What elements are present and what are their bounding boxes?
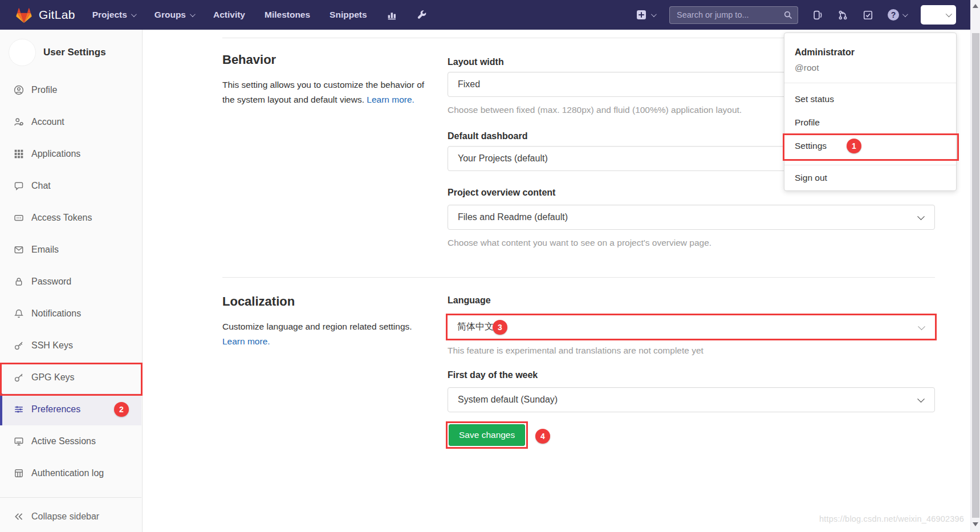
chevron-down-icon (946, 11, 952, 17)
sidebar-item-password[interactable]: Password (0, 266, 141, 298)
menu-item-set-status[interactable]: Set status (784, 87, 956, 111)
behavior-section-description: This setting allows you to customize the… (222, 78, 430, 107)
sidebar-item-active-sessions[interactable]: Active Sessions (0, 425, 141, 457)
collapse-sidebar-button[interactable]: Collapse sidebar (0, 504, 141, 529)
sidebar-item-access-tokens[interactable]: Access Tokens (0, 202, 141, 234)
key-icon (14, 340, 24, 351)
envelope-icon (14, 245, 24, 255)
sidebar-item-notifications[interactable]: Notifications (0, 298, 141, 330)
menu-item-sign-out[interactable]: Sign out (784, 166, 956, 189)
user-dropdown-menu: Administrator @root Set status Profile S… (784, 33, 957, 191)
sidebar-item-label: Access Tokens (31, 213, 92, 223)
key-icon (14, 372, 24, 383)
analytics-chart-icon[interactable] (387, 10, 397, 21)
gitlab-home-link[interactable]: GitLab (15, 6, 75, 24)
project-overview-help: Choose what content you want to see on a… (448, 238, 711, 248)
main-nav-links: Projects Groups Activity Milestones Snip… (92, 10, 367, 20)
help-icon: ? (888, 9, 899, 21)
sidebar-title: User Settings (43, 47, 106, 58)
project-overview-label: Project overview content (448, 188, 555, 198)
scrollbar-thumb[interactable] (972, 33, 979, 518)
sidebar-item-label: Chat (31, 181, 51, 191)
chevron-down-icon (190, 11, 196, 17)
scrollbar-down-arrow[interactable] (973, 522, 978, 526)
sidebar-item-chat[interactable]: Chat (0, 170, 141, 202)
lock-icon (14, 277, 24, 287)
admin-wrench-icon[interactable] (417, 10, 427, 20)
log-icon (14, 468, 24, 478)
behavior-learn-more-link[interactable]: Learn more. (367, 95, 414, 104)
user-gear-icon (14, 117, 24, 127)
bell-icon (14, 308, 24, 319)
first-day-select[interactable]: System default (Sunday) (448, 387, 935, 412)
localization-description-text: Customize language and region related se… (222, 322, 412, 331)
nav-link-snippets[interactable]: Snippets (330, 10, 367, 20)
layout-width-label: Layout width (448, 57, 504, 67)
annotation-box-step4: Save changes (446, 421, 528, 449)
sidebar-divider (0, 497, 141, 498)
nav-link-activity[interactable]: Activity (213, 10, 245, 20)
chevron-down-icon (651, 11, 657, 17)
nav-link-milestones[interactable]: Milestones (265, 10, 310, 20)
menu-divider (784, 165, 956, 165)
localization-section-title: Localization (222, 294, 295, 309)
search-icon (783, 10, 793, 20)
layout-width-value: Fixed (458, 79, 480, 90)
todos-icon[interactable] (863, 10, 873, 21)
plus-square-icon (636, 10, 646, 20)
project-overview-select[interactable]: Files and Readme (default) (448, 205, 935, 230)
help-menu[interactable]: ? (888, 9, 906, 21)
double-chevron-left-icon (14, 511, 24, 522)
default-dashboard-label: Default dashboard (448, 131, 527, 141)
user-avatar-menu-button[interactable] (921, 5, 956, 25)
user-username: @root (795, 63, 819, 73)
sidebar-header: User Settings (0, 30, 142, 66)
issues-icon[interactable] (812, 10, 823, 21)
language-label: Language (448, 295, 491, 306)
sidebar-item-label: Profile (31, 85, 57, 95)
language-select[interactable]: 简体中文 (446, 314, 937, 340)
layout-width-help: Choose between fixed (max. 1280px) and f… (448, 105, 742, 115)
chevron-down-icon (902, 11, 908, 17)
gitlab-logo-icon (15, 6, 33, 24)
search-input[interactable] (669, 6, 798, 24)
sidebar-item-label: Emails (31, 245, 59, 255)
step-badge-1: 1 (847, 139, 861, 153)
merge-request-icon[interactable] (837, 10, 848, 21)
sidebar-item-gpg-keys[interactable]: GPG Keys (0, 362, 141, 393)
localization-section-description: Customize language and region related se… (222, 319, 430, 349)
user-circle-icon (14, 85, 24, 95)
nav-link-projects[interactable]: Projects (92, 10, 135, 20)
sidebar-item-emails[interactable]: Emails (0, 234, 141, 266)
language-value: 简体中文 (457, 321, 494, 333)
project-overview-value: Files and Readme (default) (458, 212, 568, 222)
localization-learn-more-link[interactable]: Learn more. (222, 336, 270, 346)
settings-sidebar: User Settings Profile Account Applicatio… (0, 30, 143, 532)
sidebar-item-label: Preferences (31, 404, 80, 415)
brand-name: GitLab (39, 8, 75, 22)
sidebar-item-label: Account (31, 117, 64, 127)
new-item-menu[interactable] (636, 10, 655, 20)
sidebar-item-applications[interactable]: Applications (0, 138, 141, 170)
first-day-value: System default (Sunday) (458, 395, 558, 405)
scrollbar-up-arrow[interactable] (973, 4, 978, 8)
first-day-label: First day of the week (448, 370, 538, 380)
menu-item-settings[interactable]: Settings (784, 134, 956, 157)
page-scrollbar[interactable] (970, 0, 980, 532)
menu-item-profile[interactable]: Profile (784, 111, 956, 134)
sidebar-item-authentication-log[interactable]: Authentication log (0, 457, 141, 489)
save-changes-button[interactable]: Save changes (449, 424, 525, 446)
sliders-icon (14, 404, 24, 415)
collapse-sidebar-label: Collapse sidebar (31, 511, 99, 522)
behavior-section-title: Behavior (222, 52, 276, 67)
sidebar-item-label: SSH Keys (31, 340, 73, 351)
nav-link-groups[interactable]: Groups (154, 10, 194, 20)
sidebar-item-label: GPG Keys (31, 372, 75, 383)
monitor-icon (14, 436, 24, 446)
sidebar-item-label: Password (31, 277, 71, 287)
sidebar-item-ssh-keys[interactable]: SSH Keys (0, 330, 141, 362)
step-badge-4: 4 (535, 429, 550, 444)
sidebar-item-account[interactable]: Account (0, 106, 141, 138)
sidebar-item-profile[interactable]: Profile (0, 74, 141, 106)
sidebar-item-label: Applications (31, 149, 80, 159)
